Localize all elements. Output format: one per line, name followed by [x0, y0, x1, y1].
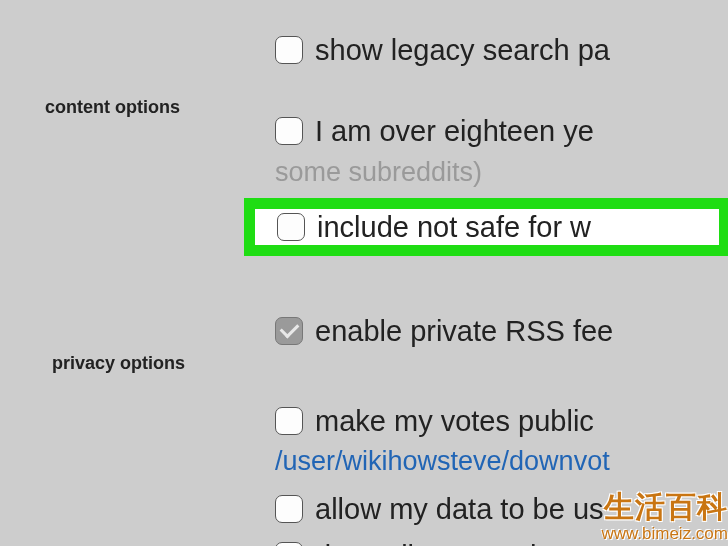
watermark: 生活百科 www.bimeiz.com: [601, 487, 728, 544]
option-text-allow-data: allow my data to be us: [315, 489, 604, 530]
option-row-votes-public: make my votes public: [275, 401, 728, 442]
watermark-url: www.bimeiz.com: [601, 524, 728, 544]
checkbox-dont-allow-search[interactable]: [275, 542, 303, 546]
checkbox-private-rss[interactable]: [275, 317, 303, 345]
user-downvoted-link[interactable]: /user/wikihowsteve/downvot: [275, 444, 728, 479]
option-text-private-rss: enable private RSS fee: [315, 311, 613, 352]
checkbox-over-eighteen[interactable]: [275, 117, 303, 145]
highlight-include-nsfw: include not safe for w: [244, 198, 728, 256]
option-text-over-eighteen: I am over eighteen ye: [315, 111, 594, 152]
option-text-votes-public: make my votes public: [315, 401, 594, 442]
checkbox-legacy-search[interactable]: [275, 36, 303, 64]
checkbox-votes-public[interactable]: [275, 407, 303, 435]
privacy-options-label: privacy options: [52, 353, 185, 374]
option-row-over-eighteen: I am over eighteen ye: [275, 111, 728, 152]
option-row-legacy-search: show legacy search pa: [275, 30, 728, 71]
option-text-include-nsfw: include not safe for w: [317, 207, 591, 248]
watermark-cn: 生活百科: [601, 487, 728, 528]
subtext-some-subreddits: some subreddits): [275, 155, 728, 190]
option-text-dont-allow-search: don't allow search: [315, 536, 546, 546]
content-options-label: content options: [45, 97, 180, 118]
checkbox-allow-data[interactable]: [275, 495, 303, 523]
option-text-legacy-search: show legacy search pa: [315, 30, 610, 71]
checkbox-include-nsfw[interactable]: [277, 213, 305, 241]
option-row-private-rss: enable private RSS fee: [275, 311, 728, 352]
